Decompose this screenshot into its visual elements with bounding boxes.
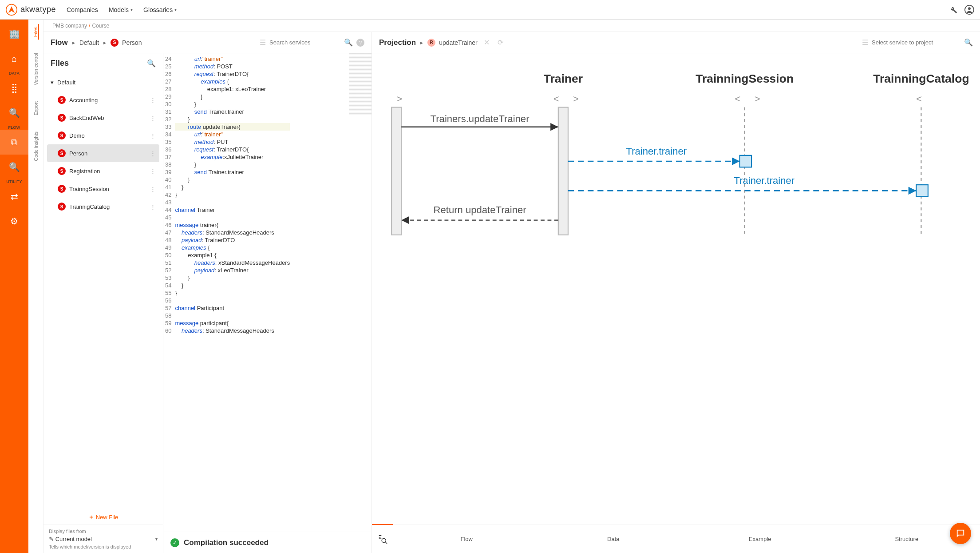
msg-return: Return updateTrainer — [434, 204, 526, 215]
breadcrumb: PMB company / Course — [43, 20, 980, 32]
compile-status: ✓ Compilation succeeded — [163, 532, 371, 553]
more-icon[interactable]: ⋮ — [150, 97, 156, 103]
editor-code[interactable]: url:"trainer" method: POST request: Trai… — [175, 53, 290, 532]
projection-item[interactable]: updateTrainer — [439, 39, 478, 46]
chevron-down-icon: ▾ — [174, 7, 177, 12]
sidebar-item-building[interactable]: 🏢 — [0, 21, 28, 46]
search-services-input[interactable] — [269, 39, 340, 46]
home-icon: ⌂ — [12, 54, 17, 64]
breadcrumb-model[interactable]: Course — [92, 23, 109, 29]
editor-minimap[interactable] — [349, 53, 371, 115]
file-item-accounting[interactable]: SAccounting⋮ — [47, 91, 159, 109]
file-item-trainnigcatalog[interactable]: STrainnigCatalog⋮ — [47, 198, 159, 215]
msg-call: Trainers.updateTrainer — [431, 113, 530, 124]
projection-tool-button[interactable] — [372, 525, 393, 553]
projection-footer: FlowDataExampleStructure — [372, 525, 980, 553]
sidebar-item-util2[interactable]: ⚙ — [0, 209, 28, 234]
sidebar-item-flow2[interactable]: 🔍 — [0, 155, 28, 179]
model-selector[interactable]: ✎ Current model ▾ — [49, 534, 158, 544]
svg-text:>: > — [573, 93, 579, 104]
sidebar-item-home[interactable]: ⌂ — [0, 46, 28, 71]
account-icon[interactable] — [964, 4, 975, 15]
search-icon: 🔍 — [9, 107, 20, 118]
svg-text:>: > — [755, 93, 760, 104]
projection-tab-example[interactable]: Example — [687, 525, 834, 553]
route-badge: R — [427, 39, 435, 47]
more-icon[interactable]: ⋮ — [150, 132, 156, 139]
sidebar-item-data1[interactable]: ⣿ — [0, 76, 28, 100]
more-icon[interactable]: ⋮ — [150, 203, 156, 210]
projection-header: Projection ▸ R updateTrainer ✕ ⟳ ☰ 🔍 — [372, 32, 980, 53]
file-item-demo[interactable]: SDemo⋮ — [47, 127, 159, 144]
vtab-export[interactable]: Export — [33, 99, 39, 118]
svg-marker-14 — [550, 123, 558, 131]
logo[interactable]: akwatype — [5, 4, 56, 16]
search-icon[interactable]: 🔍 — [147, 59, 156, 68]
vtab-files[interactable]: Files — [33, 24, 39, 40]
search-icon[interactable]: 🔍 — [344, 38, 353, 47]
svg-point-2 — [968, 7, 971, 10]
close-icon[interactable]: ✕ — [484, 38, 490, 47]
flow-path-default[interactable]: Default — [79, 39, 99, 46]
svg-marker-22 — [401, 216, 409, 224]
more-icon[interactable]: ⋮ — [150, 168, 156, 175]
filter-icon[interactable]: ☰ — [862, 38, 868, 47]
sidebar-label-flow: FLOW — [8, 125, 20, 130]
file-item-person[interactable]: SPerson⋮ — [47, 144, 159, 162]
svg-point-23 — [382, 538, 386, 542]
new-file-button[interactable]: ＋ New File — [88, 513, 119, 521]
service-badge: S — [58, 185, 66, 193]
chevron-down-icon: ▾ — [130, 7, 133, 12]
logo-icon — [5, 4, 18, 16]
building-icon: 🏢 — [9, 28, 20, 39]
file-item-trainngsession[interactable]: STrainngSession⋮ — [47, 180, 159, 198]
svg-rect-17 — [740, 155, 752, 167]
flow-header: Flow ▸ Default ▸ S Person ☰ 🔍 ? — [43, 32, 371, 53]
projection-tab-flow[interactable]: Flow — [393, 525, 540, 553]
sidebar-label-data: DATA — [9, 71, 20, 76]
svg-text:<: < — [916, 93, 922, 104]
sidebar-item-flow1[interactable]: ⧉ — [0, 130, 28, 155]
filter-icon[interactable]: ☰ — [260, 38, 266, 47]
msg-send1: Trainer.trainer — [626, 146, 687, 157]
projection-tab-data[interactable]: Data — [540, 525, 687, 553]
tree-group-default[interactable]: ▾Default — [47, 73, 159, 91]
nav-models[interactable]: Models ▾ — [109, 6, 133, 13]
refresh-icon[interactable]: ⟳ — [498, 38, 503, 47]
vtab-version-control[interactable]: Version control — [33, 50, 39, 88]
sidebar-item-util1[interactable]: ⇄ — [0, 184, 28, 209]
file-item-registration[interactable]: SRegistration⋮ — [47, 162, 159, 180]
nav-companies[interactable]: Companies — [67, 6, 98, 13]
sidebar-item-data2[interactable]: 🔍 — [0, 100, 28, 125]
plus-icon: ＋ — [88, 513, 94, 521]
projection-title: Projection — [379, 38, 416, 47]
help-icon[interactable]: ? — [356, 39, 364, 47]
settings-wrench-icon[interactable] — [948, 4, 959, 15]
flow-title: Flow — [51, 38, 68, 47]
code-editor[interactable]: 2425262728293031323334353637383940414243… — [163, 53, 371, 532]
search-icon[interactable]: 🔍 — [964, 38, 973, 47]
dots-icon: ⣿ — [11, 83, 18, 93]
lane-trainer: Trainer — [544, 72, 583, 85]
svg-rect-10 — [558, 107, 568, 235]
svg-rect-9 — [391, 107, 401, 235]
svg-text:<: < — [735, 93, 741, 104]
more-icon[interactable]: ⋮ — [150, 115, 156, 121]
gear-icon: ⚙ — [10, 216, 18, 227]
chat-fab[interactable] — [950, 523, 971, 544]
file-item-backendweb[interactable]: SBackEndWeb⋮ — [47, 109, 159, 127]
more-icon[interactable]: ⋮ — [150, 150, 156, 157]
sidebar-left: 🏢 ⌂ DATA ⣿ 🔍 FLOW ⧉ 🔍 UTILITY ⇄ ⚙ — [0, 20, 28, 553]
service-badge: S — [58, 96, 66, 104]
projection-diagram[interactable]: Trainer TrainningSession TrainningCatalo… — [372, 53, 980, 525]
nav-glossaries[interactable]: Glossaries ▾ — [143, 6, 177, 13]
chevron-down-icon: ▾ — [155, 537, 158, 541]
flow-path-person[interactable]: Person — [122, 39, 142, 46]
vtab-code-insights[interactable]: Code insights — [33, 129, 39, 164]
chevron-right-icon: ▸ — [103, 40, 106, 46]
success-check-icon: ✓ — [170, 538, 179, 547]
breadcrumb-company[interactable]: PMB company — [52, 23, 87, 29]
more-icon[interactable]: ⋮ — [150, 186, 156, 192]
projection-search-input[interactable] — [872, 39, 960, 46]
topbar: akwatype Companies Models ▾ Glossaries ▾ — [0, 0, 980, 20]
